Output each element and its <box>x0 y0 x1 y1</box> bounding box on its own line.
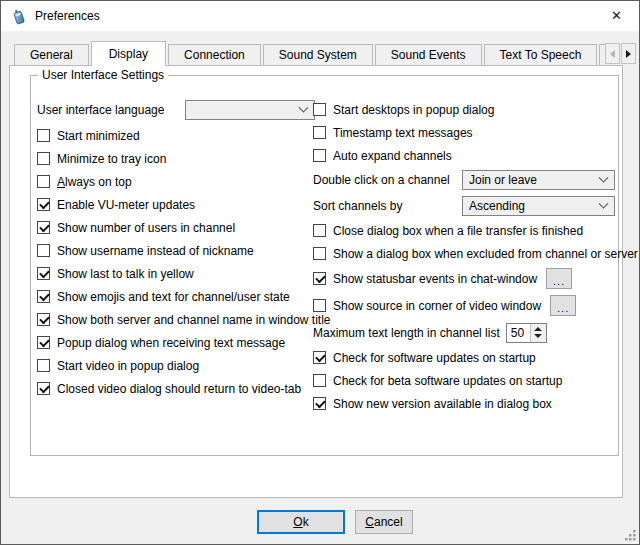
checkbox-label: Show last to talk in yellow <box>57 267 194 281</box>
checkbox[interactable] <box>37 290 50 303</box>
double-click-value: Join or leave <box>469 173 537 187</box>
tab-sound-system[interactable]: Sound System <box>263 44 373 65</box>
right-column: Start desktops in popup dialog Timestamp… <box>313 98 615 415</box>
checkbox[interactable] <box>313 299 326 312</box>
tab-general[interactable]: General <box>14 44 89 65</box>
checkbox-label: Show number of users in channel <box>57 221 235 235</box>
video-source-row: Show source in corner of video window ..… <box>313 292 615 319</box>
group-title: User Interface Settings <box>38 68 168 82</box>
checkbox-label: Show statusbar events in chat-window <box>333 272 537 286</box>
checkbox[interactable] <box>37 221 50 234</box>
checkbox[interactable] <box>313 224 326 237</box>
language-select[interactable] <box>185 100 315 120</box>
checkbox[interactable] <box>313 374 326 387</box>
sort-channels-value: Ascending <box>469 199 525 213</box>
tab-scroll-left-button[interactable] <box>605 43 620 64</box>
chevron-down-icon <box>299 102 309 112</box>
checkbox[interactable] <box>37 244 50 257</box>
cancel-button[interactable]: Cancel <box>355 510 413 534</box>
statusbar-events-more-button[interactable]: ... <box>546 268 572 289</box>
max-text-length-spinbox[interactable]: 50 <box>506 323 547 343</box>
tab-scroll-right-button[interactable] <box>621 43 636 64</box>
checkbox-label: Closed video dialog should return to vid… <box>57 382 301 396</box>
checkbox-label: Auto expand channels <box>333 149 452 163</box>
arrow-right-icon <box>626 50 631 58</box>
resize-grip[interactable] <box>623 528 637 542</box>
checkbox-label: Show username instead of nickname <box>57 244 254 258</box>
user-interface-settings-group: User Interface Settings User interface l… <box>30 75 619 456</box>
close-button[interactable]: ✕ <box>594 1 639 30</box>
checkbox-row-always-on-top: Always on top <box>37 170 315 193</box>
checkbox-row-video-popup: Start video in popup dialog <box>37 354 315 377</box>
spinbox-buttons[interactable] <box>530 324 546 342</box>
sort-channels-row: Sort channels by Ascending <box>313 193 615 219</box>
checkbox-label: Enable VU-meter updates <box>57 198 195 212</box>
ok-button[interactable]: Ok <box>257 510 345 534</box>
checkbox-row-show-user-count: Show number of users in channel <box>37 216 315 239</box>
preferences-dialog: Preferences ✕ General Display Connection… <box>0 0 640 545</box>
checkbox[interactable] <box>37 359 50 372</box>
window-title: Preferences <box>35 9 100 23</box>
checkbox-row-emojis: Show emojis and text for channel/user st… <box>37 285 315 308</box>
tab-bar: General Display Connection Sound System … <box>14 41 608 66</box>
checkbox[interactable] <box>37 175 50 188</box>
checkbox-label: Start desktops in popup dialog <box>333 103 494 117</box>
checkbox[interactable] <box>37 313 50 326</box>
checkbox-row-check-beta-updates: Check for beta software updates on start… <box>313 369 615 392</box>
checkbox-label: Show both server and channel name in win… <box>57 313 331 327</box>
spin-up-icon <box>534 327 542 331</box>
checkbox-row-timestamp: Timestamp text messages <box>313 121 615 144</box>
arrow-left-icon <box>610 50 615 58</box>
checkbox-row-minimize-tray: Minimize to tray icon <box>37 147 315 170</box>
chevron-down-icon <box>599 198 609 208</box>
tab-connection[interactable]: Connection <box>168 44 261 65</box>
language-label: User interface language <box>37 103 164 117</box>
left-column: User interface language Start minimized … <box>37 98 315 400</box>
checkbox[interactable] <box>37 198 50 211</box>
checkbox-label: Close dialog box when a file transfer is… <box>333 224 583 238</box>
statusbar-events-row: Show statusbar events in chat-window ... <box>313 265 615 292</box>
checkbox[interactable] <box>313 126 326 139</box>
checkbox[interactable] <box>37 336 50 349</box>
checkbox[interactable] <box>313 397 326 410</box>
checkbox[interactable] <box>37 267 50 280</box>
checkbox-row-vu-meter: Enable VU-meter updates <box>37 193 315 216</box>
checkbox-label: Show a dialog box when excluded from cha… <box>333 247 638 261</box>
checkbox[interactable] <box>313 247 326 260</box>
checkbox-label: Show emojis and text for channel/user st… <box>57 290 290 304</box>
checkbox-row-excluded-dialog: Show a dialog box when excluded from cha… <box>313 242 615 265</box>
double-click-row: Double click on a channel Join or leave <box>313 167 615 193</box>
language-row: User interface language <box>37 98 315 122</box>
app-logo-icon <box>10 8 27 25</box>
close-icon: ✕ <box>611 8 622 23</box>
sort-channels-label: Sort channels by <box>313 199 402 213</box>
checkbox[interactable] <box>313 149 326 162</box>
checkbox[interactable] <box>37 129 50 142</box>
checkbox-row-desktops-popup: Start desktops in popup dialog <box>313 98 615 121</box>
checkbox-label: Popup dialog when receiving text message <box>57 336 285 350</box>
checkbox[interactable] <box>37 152 50 165</box>
video-source-more-button[interactable]: ... <box>550 295 576 316</box>
double-click-label: Double click on a channel <box>313 173 450 187</box>
checkbox-row-auto-expand: Auto expand channels <box>313 144 615 167</box>
checkbox-label: Start video in popup dialog <box>57 359 199 373</box>
checkbox[interactable] <box>313 272 326 285</box>
max-text-length-label: Maximum text length in channel list <box>313 326 500 340</box>
tab-text-to-speech[interactable]: Text To Speech <box>484 44 598 65</box>
checkbox[interactable] <box>37 382 50 395</box>
checkbox-row-window-title: Show both server and channel name in win… <box>37 308 315 331</box>
spinbox-value[interactable]: 50 <box>507 324 530 342</box>
titlebar: Preferences ✕ <box>1 1 639 31</box>
double-click-select[interactable]: Join or leave <box>462 170 615 190</box>
checkbox-label: Check for beta software updates on start… <box>333 374 562 388</box>
checkbox-label: Check for software updates on startup <box>333 351 536 365</box>
checkbox-label: Always on top <box>57 175 132 189</box>
checkbox-label: Show new version available in dialog box <box>333 397 552 411</box>
checkbox[interactable] <box>313 351 326 364</box>
checkbox[interactable] <box>313 103 326 116</box>
sort-channels-select[interactable]: Ascending <box>462 196 615 216</box>
checkbox-row-close-on-transfer: Close dialog box when a file transfer is… <box>313 219 615 242</box>
tab-sound-events[interactable]: Sound Events <box>375 44 482 65</box>
checkbox-row-start-minimized: Start minimized <box>37 124 315 147</box>
tab-display[interactable]: Display <box>91 41 166 66</box>
